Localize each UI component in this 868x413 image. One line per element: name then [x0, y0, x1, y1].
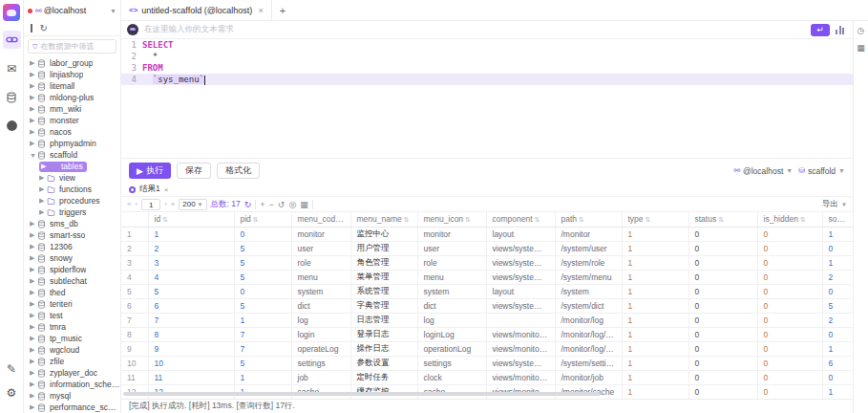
- view-sql-icon[interactable]: ▦: [300, 200, 308, 209]
- cell-menu_code[interactable]: role: [291, 255, 350, 270]
- chevron-right-icon[interactable]: ▶: [30, 277, 37, 285]
- connections-icon[interactable]: [3, 31, 21, 49]
- column-header-sort[interactable]: sort⇅: [822, 212, 853, 227]
- pen-icon[interactable]: ✎: [3, 359, 21, 378]
- sort-icon[interactable]: ⇅: [579, 216, 584, 223]
- cell-is_hidden[interactable]: 0: [757, 313, 822, 327]
- cell-sort[interactable]: 2: [822, 313, 853, 327]
- cell-rownum[interactable]: 9: [121, 341, 148, 356]
- cell-rownum[interactable]: 1: [121, 227, 148, 241]
- cell-type[interactable]: 1: [622, 356, 688, 370]
- cell-is_hidden[interactable]: 0: [757, 284, 822, 298]
- cell-is_hidden[interactable]: 0: [757, 370, 822, 384]
- cell-pid[interactable]: 5: [234, 298, 291, 313]
- cell-is_hidden[interactable]: 0: [757, 227, 822, 241]
- cell-status[interactable]: 0: [688, 356, 757, 370]
- cell-component[interactable]: layout: [486, 227, 555, 241]
- cell-sort[interactable]: 1: [822, 341, 853, 356]
- editor-line[interactable]: 3FROM: [121, 62, 853, 74]
- chevron-right-icon[interactable]: ▶: [30, 312, 37, 319]
- cell-menu_name[interactable]: 角色管理: [350, 255, 417, 270]
- cell-menu_icon[interactable]: monitor: [417, 227, 486, 241]
- result-tab[interactable]: 结果1: [139, 184, 160, 195]
- cell-sort[interactable]: 0: [822, 370, 853, 384]
- cell-menu_icon[interactable]: role: [417, 255, 486, 270]
- tree-item-tables[interactable]: ▶tables: [24, 161, 120, 172]
- table-row[interactable]: 10105settings参数设置settingsviews/system/se…: [121, 356, 853, 370]
- first-page-button[interactable]: «: [127, 200, 131, 208]
- chevron-right-icon[interactable]: ▶: [30, 82, 37, 90]
- cell-status[interactable]: 0: [688, 241, 757, 255]
- cell-sort[interactable]: 6: [822, 356, 853, 370]
- chevron-right-icon[interactable]: ▶: [30, 358, 37, 365]
- tree-item-tp_music[interactable]: ▶tp_music: [24, 333, 120, 344]
- sql-editor[interactable]: 1SELECT2 *3FROM4 `sys_menu`: [121, 39, 853, 158]
- sort-icon[interactable]: ⇅: [162, 216, 168, 223]
- cell-id[interactable]: 11: [148, 370, 234, 384]
- cell-type[interactable]: 1: [622, 298, 688, 313]
- editor-line[interactable]: 4 `sys_menu`: [121, 74, 853, 85]
- chart-icon[interactable]: [836, 25, 847, 34]
- cell-pid[interactable]: 0: [234, 284, 291, 298]
- cell-rownum[interactable]: 6: [121, 298, 148, 313]
- cell-sort[interactable]: 5: [822, 298, 853, 313]
- sort-icon[interactable]: ⇅: [404, 216, 410, 223]
- page-input[interactable]: 1: [141, 199, 160, 210]
- refresh-icon[interactable]: ↻: [40, 24, 48, 33]
- chevron-right-icon[interactable]: ▶: [30, 369, 37, 377]
- cell-component[interactable]: views/system/menu: [486, 270, 555, 284]
- chevron-right-icon[interactable]: ▶: [30, 128, 37, 136]
- refresh-results-icon[interactable]: ↻: [244, 200, 252, 209]
- sort-icon[interactable]: ⇅: [253, 216, 259, 223]
- chevron-right-icon[interactable]: ▶: [41, 163, 49, 170]
- tree-item-phpmyadmin[interactable]: ▶phpmyadmin: [24, 138, 120, 149]
- column-header-menu_name[interactable]: menu_name⇅: [350, 212, 417, 227]
- cell-menu_name[interactable]: 监控中心: [350, 227, 417, 241]
- tree-item-zfile[interactable]: ▶zfile: [24, 356, 120, 367]
- history-clock-icon[interactable]: ◷: [857, 26, 865, 35]
- tree-item-monster[interactable]: ▶monster: [24, 115, 120, 126]
- column-header-component[interactable]: component⇅: [486, 212, 555, 227]
- cell-pid[interactable]: 5: [234, 356, 291, 370]
- chevron-right-icon[interactable]: ▶: [30, 392, 37, 400]
- tree-item-thed[interactable]: ▶thed: [24, 287, 120, 298]
- horizontal-scrollbar[interactable]: [123, 392, 601, 396]
- chevron-right-icon[interactable]: ▶: [39, 197, 47, 205]
- cell-is_hidden[interactable]: 0: [757, 356, 822, 370]
- tree-item-performance_schema[interactable]: ▶performance_schema: [24, 402, 120, 413]
- cell-menu_code[interactable]: monitor: [291, 227, 350, 241]
- table-row[interactable]: 997operateLog操作日志operationLogviews/monit…: [121, 341, 853, 356]
- cell-sort[interactable]: 0: [822, 241, 853, 255]
- cell-status[interactable]: 0: [688, 341, 757, 356]
- cell-path[interactable]: /monitor/log: [555, 313, 622, 327]
- table-row[interactable]: 335role角色管理roleviews/system/role/system/…: [121, 255, 853, 270]
- execute-button[interactable]: ▶ 执行: [129, 163, 171, 179]
- cell-menu_icon[interactable]: dict: [417, 298, 486, 313]
- cell-rownum[interactable]: 4: [121, 270, 148, 284]
- tree-item-spiderflow[interactable]: ▶spiderflow: [24, 264, 120, 275]
- cell-id[interactable]: 5: [148, 284, 234, 298]
- column-header-is_hidden[interactable]: is_hidden⇅: [757, 212, 822, 227]
- column-header-menu_icon[interactable]: menu_icon⇅: [417, 212, 486, 227]
- next-page-button[interactable]: ›: [164, 200, 167, 208]
- chevron-right-icon[interactable]: ▶: [30, 71, 37, 78]
- chevron-right-icon[interactable]: ▶: [30, 220, 37, 228]
- close-tab-icon[interactable]: ×: [258, 6, 263, 15]
- chevron-right-icon[interactable]: ▶: [39, 208, 47, 216]
- cell-id[interactable]: 8: [148, 327, 234, 341]
- cell-menu_code[interactable]: user: [291, 241, 350, 255]
- tree-item-tmra[interactable]: ▶tmra: [24, 321, 120, 333]
- cell-menu_name[interactable]: 日志管理: [350, 313, 417, 327]
- close-result-icon[interactable]: ×: [164, 185, 169, 194]
- cell-sort[interactable]: 1: [822, 255, 853, 270]
- chevron-right-icon[interactable]: ▶: [39, 185, 47, 193]
- ai-input[interactable]: 在这里输入你的文本需求: [144, 24, 805, 35]
- ai-robot-icon[interactable]: [127, 24, 138, 35]
- tree-item-sms_db[interactable]: ▶sms_db: [24, 218, 120, 229]
- editor-line[interactable]: 1SELECT: [121, 39, 853, 51]
- cell-status[interactable]: 0: [688, 313, 757, 327]
- chevron-right-icon[interactable]: ▶: [30, 117, 37, 124]
- column-header-pid[interactable]: pid⇅: [234, 212, 291, 227]
- chevron-right-icon[interactable]: ▶: [30, 289, 37, 296]
- cell-rownum[interactable]: 3: [121, 255, 148, 270]
